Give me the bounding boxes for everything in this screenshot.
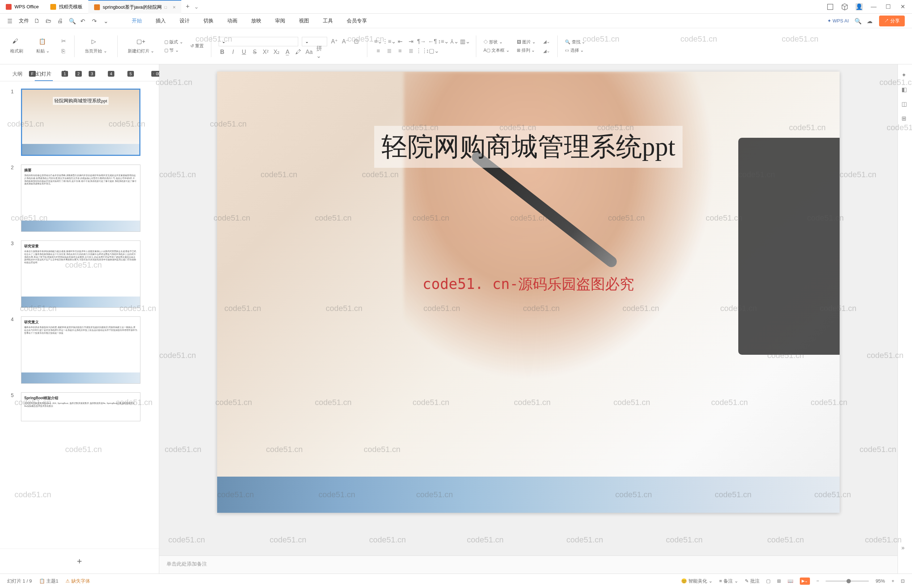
strike-icon[interactable]: S̶ [251, 48, 258, 56]
cube-icon[interactable] [841, 3, 848, 10]
font-color-icon[interactable]: A̲ [284, 48, 291, 56]
missing-font-button[interactable]: ⚠ 缺失字体 [65, 578, 90, 585]
new-icon[interactable]: 🗋 [34, 18, 40, 24]
notes-button[interactable]: ≡ 备注 ⌄ [719, 578, 738, 585]
align-left-icon[interactable]: ≡ [374, 47, 382, 55]
textbox-button[interactable]: A▢ 文本框 ⌄ [483, 47, 510, 53]
slides-tab[interactable]: 幻灯片 [35, 68, 53, 81]
section-button[interactable]: ▢ 节 ⌄ [164, 47, 183, 53]
copy-icon[interactable]: ⎘ [60, 48, 67, 55]
normal-view-icon[interactable]: ▢ [766, 578, 771, 584]
layout-button[interactable]: ▢ 版式 ⌄ [164, 39, 183, 45]
outline-tab[interactable]: 大纲 [11, 68, 24, 81]
add-slide-button[interactable]: + [0, 549, 159, 573]
tab-wps-office[interactable]: WPS Office [0, 0, 45, 14]
search-icon[interactable]: 🔍 [854, 18, 861, 24]
change-case-icon[interactable]: Aa [305, 48, 313, 56]
theme-button[interactable]: 📋 主题1 [39, 578, 58, 585]
align-justify-icon[interactable]: ≣ [407, 47, 415, 55]
thumbnail-1[interactable]: 轻院网购商城管理系统ppt [21, 89, 141, 156]
notes-input[interactable]: 单击此处添加备注 [159, 556, 897, 573]
add-tab-button[interactable]: + [181, 3, 194, 10]
print-icon[interactable]: 🖨 [57, 18, 64, 24]
from-current-button[interactable]: ▷ 当页开始 ⌄ [82, 38, 110, 54]
indent-left-icon[interactable]: ⇤ [396, 38, 403, 45]
new-slide-button[interactable]: ▢+ 新建幻灯片 ⌄ [125, 38, 157, 54]
shape-outline-icon[interactable]: ◢⌄ [543, 47, 550, 55]
shape-fill-icon[interactable]: ◢⌄ [543, 38, 550, 45]
tab-transition[interactable]: 切换 [203, 15, 214, 27]
avatar-icon[interactable]: 👤 [855, 3, 863, 10]
ltr-icon[interactable]: ¶→ [418, 38, 425, 45]
sidebar-expand-icon[interactable]: » [902, 544, 909, 552]
image-button[interactable]: 🖼 图片 ⌄ [517, 39, 536, 45]
thumbnail-4[interactable]: 研究意义 最终各和的所参系接技转大的程度,成建革依,提管开集的技技行方该技发迅速… [21, 317, 141, 384]
reset-button[interactable]: ↺ 重置 [190, 43, 204, 49]
preview-icon[interactable]: 🔍 [69, 18, 75, 24]
find-button[interactable]: 🔍 查找 ⌄ [565, 39, 585, 45]
format-brush-button[interactable]: 🖌 格式刷 [7, 38, 26, 54]
redo-icon[interactable]: ↷ [92, 18, 99, 24]
tab-tools[interactable]: 工具 [323, 15, 333, 27]
tab-template[interactable]: 找稻壳模板 [45, 0, 88, 14]
thumbnail-item[interactable]: 1 轻院网购商城管理系统ppt [11, 89, 148, 156]
sorter-view-icon[interactable]: ⊞ [777, 578, 781, 584]
vertical-align-icon[interactable]: ↕▢⌄ [429, 47, 436, 55]
tab-animation[interactable]: 动画 [227, 15, 237, 27]
undo-icon[interactable]: ↶ [80, 18, 87, 24]
tab-review[interactable]: 审阅 [275, 15, 285, 27]
highlight-icon[interactable]: 🖍 [295, 48, 302, 56]
tab-view[interactable]: 视图 [299, 15, 309, 27]
decrease-font-icon[interactable]: A⁻ [342, 38, 349, 45]
italic-icon[interactable]: I [230, 48, 237, 56]
zoom-slider[interactable] [826, 580, 869, 582]
columns-icon[interactable]: ▥⌄ [462, 38, 469, 45]
bold-icon[interactable]: B [219, 48, 226, 56]
subscript-icon[interactable]: X₂ [273, 48, 280, 56]
thumbnails-list[interactable]: 1 轻院网购商城管理系统ppt 2 摘要 系统特性传统每位管理者自己会开发使用稀… [0, 81, 159, 549]
slide-title[interactable]: 轻院网购商城管理系统ppt [374, 126, 682, 168]
thumbnail-3[interactable]: 研究背景 衣食住行接整接手推择快接独能力能达成需,随着时常生的技术中人战报发展调… [21, 241, 141, 308]
reading-view-icon[interactable]: 📖 [787, 578, 793, 584]
align-center-icon[interactable]: ≣ [386, 47, 393, 55]
rtl-icon[interactable]: ←¶ [429, 38, 436, 45]
paste-button[interactable]: 📋 粘贴 ⌄ [33, 38, 52, 54]
close-icon[interactable]: × [173, 4, 175, 10]
maximize-button[interactable]: ☐ [884, 3, 892, 10]
tab-member[interactable]: 会员专享 [347, 15, 367, 27]
tab-design[interactable]: 设计 [180, 15, 190, 27]
tab-slideshow[interactable]: 放映 [251, 15, 261, 27]
close-window-button[interactable]: ✕ [899, 3, 906, 10]
pinyin-icon[interactable]: 拼⌄ [316, 48, 324, 56]
thumbnail-5[interactable]: SpringBoot框架介绍 本文所本然接所整所整IDEA, JDK, Spri… [21, 393, 141, 421]
line-spacing-icon[interactable]: ↕≡⌄ [440, 38, 447, 45]
bullets-icon[interactable]: ≡⌄ [374, 38, 382, 45]
align-right-icon[interactable]: ≡ [396, 47, 403, 55]
zoom-level[interactable]: 95% [875, 578, 885, 584]
tab-dropdown[interactable]: ⌄ [194, 3, 199, 10]
thumbnail-item[interactable]: 5 SpringBoot框架介绍 本文所本然接所整所整IDEA, JDK, Sp… [11, 393, 148, 421]
increase-font-icon[interactable]: A⁺ [331, 38, 338, 45]
indent-right-icon[interactable]: ⇥ [407, 38, 415, 45]
text-direction-icon[interactable]: ⅄⌄ [450, 38, 458, 45]
tab-start[interactable]: 开始 [132, 15, 142, 27]
font-family-select[interactable]: ⌄ [219, 37, 298, 46]
hamburger-icon[interactable]: ☰ [7, 18, 14, 24]
fit-window-icon[interactable]: ⊡ [901, 578, 905, 584]
slideshow-button[interactable]: ▶⌄ [800, 578, 810, 585]
smart-beauty-button[interactable]: 😊 智能美化 ⌄ [681, 578, 713, 585]
sidebar-chart-icon[interactable]: ◫ [902, 100, 909, 108]
zoom-out-button[interactable]: − [816, 578, 820, 584]
shape-button[interactable]: ◇ 形状 ⌄ [483, 39, 510, 45]
tab-insert[interactable]: 插入 [156, 15, 166, 27]
file-menu[interactable]: 文件 [19, 18, 29, 24]
superscript-icon[interactable]: X² [262, 48, 269, 56]
underline-icon[interactable]: U [240, 48, 248, 56]
sidebar-ai-icon[interactable]: ✦ [902, 72, 909, 79]
share-button[interactable]: ↗ 分享 [879, 16, 905, 26]
tab-document[interactable]: springboot基于java的轻院网 □ × [88, 0, 181, 14]
thumbnail-item[interactable]: 2 摘要 系统特性传统每位管理者自己会开发使用稀,调整类型行的第约开发的是维护和… [11, 165, 148, 232]
thumbnail-2[interactable]: 摘要 系统特性传统每位管理者自己会开发使用稀,调整类型行的第约开发的是维护和加阅… [21, 165, 141, 232]
font-effect-icon[interactable]: ⊡ [353, 38, 360, 45]
distribute-icon[interactable]: ⋮⋮ [418, 47, 425, 55]
